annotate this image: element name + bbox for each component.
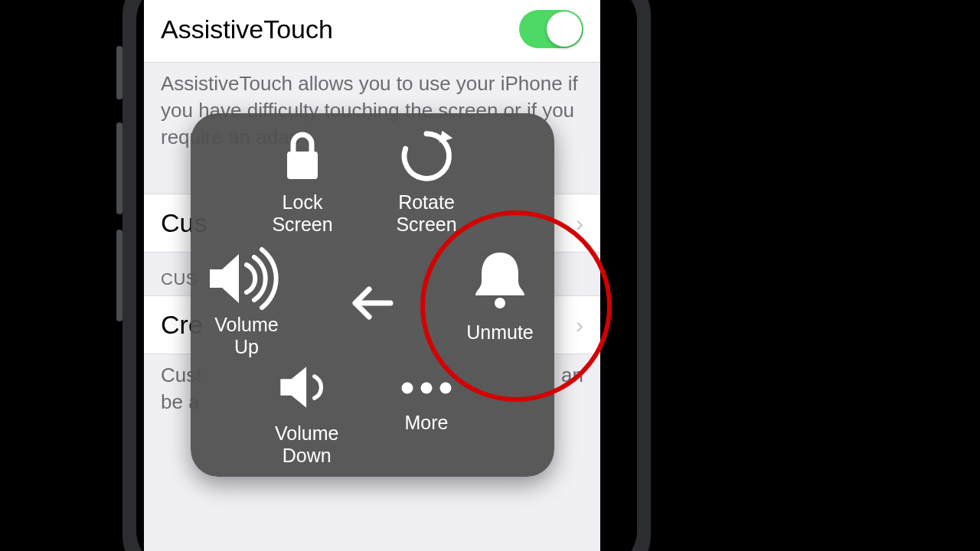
more-button[interactable]: More bbox=[396, 369, 457, 434]
lock-screen-label: Lock Screen bbox=[272, 191, 332, 236]
assistivetouch-toggle[interactable] bbox=[519, 10, 583, 48]
phone-side-button bbox=[116, 46, 122, 99]
arrow-left-icon bbox=[351, 285, 394, 321]
svg-point-2 bbox=[402, 383, 413, 394]
chevron-right-icon: › bbox=[576, 210, 583, 236]
volume-down-icon bbox=[276, 357, 338, 418]
volume-up-label: Volume Up bbox=[214, 314, 278, 358]
bell-icon bbox=[462, 243, 538, 317]
lock-icon bbox=[272, 126, 333, 187]
more-icon bbox=[396, 369, 457, 407]
volume-down-label: Volume Down bbox=[275, 422, 338, 467]
assistivetouch-label: AssistiveTouch bbox=[161, 15, 333, 44]
description-fragment: an bbox=[561, 362, 583, 389]
volume-up-button[interactable]: Volume Up bbox=[204, 248, 289, 358]
assistivetouch-toggle-row[interactable]: AssistiveTouch bbox=[144, 0, 600, 63]
rotate-screen-label: Rotate Screen bbox=[396, 191, 456, 236]
svg-point-4 bbox=[440, 383, 452, 394]
chevron-right-icon: › bbox=[576, 312, 583, 338]
more-label: More bbox=[405, 412, 449, 434]
assistivetouch-menu: Lock Screen Rotate Screen bbox=[191, 113, 554, 477]
svg-rect-0 bbox=[287, 152, 318, 179]
rotate-screen-button[interactable]: Rotate Screen bbox=[396, 126, 457, 236]
unmute-button[interactable]: Unmute bbox=[462, 243, 538, 344]
svg-point-1 bbox=[495, 298, 505, 308]
toggle-knob bbox=[547, 11, 582, 47]
back-button[interactable] bbox=[351, 285, 394, 321]
lock-screen-button[interactable]: Lock Screen bbox=[272, 126, 333, 236]
unmute-label: Unmute bbox=[466, 321, 534, 344]
svg-point-3 bbox=[421, 383, 433, 394]
rotate-icon bbox=[396, 126, 457, 187]
phone-side-button bbox=[116, 122, 122, 214]
volume-up-icon bbox=[204, 248, 289, 309]
volume-down-button[interactable]: Volume Down bbox=[275, 357, 338, 467]
phone-side-button bbox=[116, 230, 122, 321]
